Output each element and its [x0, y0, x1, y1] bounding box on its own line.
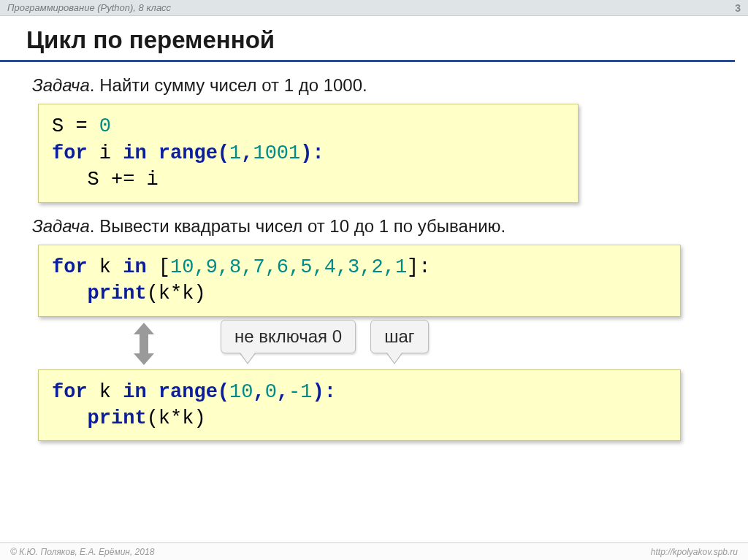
task-2-label: Задача	[32, 216, 90, 236]
topbar: Программирование (Python), 8 класс 3	[0, 0, 748, 16]
footer-copyright: © К.Ю. Поляков, Е.А. Ерёмин, 2018	[10, 547, 154, 557]
task-1-label: Задача	[32, 75, 90, 95]
code2-l1d: [	[147, 256, 170, 278]
code-box-2: for k in [10,9,8,7,6,5,4,3,2,1]: print(k…	[38, 245, 681, 317]
code3-n3: -1	[289, 381, 312, 403]
code1-l2f: ,	[241, 142, 253, 164]
task-1-text: . Найти сумму чисел от 1 до 1000.	[90, 75, 367, 95]
code3-l2a: print	[52, 407, 147, 429]
slide-body: Задача. Найти сумму чисел от 1 до 1000. …	[0, 62, 748, 441]
topbar-subject: Программирование (Python), 8 класс	[7, 2, 171, 13]
task-2: Задача. Вывести квадраты чисел от 10 до …	[32, 215, 722, 237]
code3-l1a: for	[52, 381, 88, 403]
code1-l3: S += i	[52, 169, 159, 191]
code1-l1a: S =	[52, 115, 99, 137]
slide-title: Цикл по переменной	[0, 16, 735, 62]
code1-l2c: in	[123, 142, 146, 164]
code2-l1c: in	[123, 256, 146, 278]
code3-l1b: k	[88, 381, 123, 403]
footer-url: http://kpolyakov.spb.ru	[651, 547, 738, 557]
code3-n2: 0	[265, 381, 277, 403]
code1-l2b: i	[88, 142, 123, 164]
topbar-page-number: 3	[735, 2, 741, 14]
code1-l2g: 1001	[253, 142, 300, 164]
code3-n1: 10	[229, 381, 253, 403]
code3-l1e: ):	[312, 381, 335, 403]
code1-l2e: 1	[229, 142, 241, 164]
code2-l1e: ]:	[407, 256, 430, 278]
slide: Программирование (Python), 8 класс 3 Цик…	[0, 0, 748, 560]
svg-marker-0	[134, 323, 154, 365]
task-2-text: . Вывести квадраты чисел от 10 до 1 по у…	[90, 216, 505, 236]
code3-c1: ,	[253, 381, 264, 403]
footer: © К.Ю. Поляков, Е.А. Ерёмин, 2018 http:/…	[0, 542, 748, 560]
code2-l2a: print	[52, 283, 147, 304]
callout-not-including-zero: не включая 0	[221, 320, 356, 353]
code3-c2: ,	[277, 381, 289, 403]
arrow-area: не включая 0 шаг	[32, 329, 722, 367]
code-box-3: for k in range(10,0,-1): print(k*k)	[38, 369, 681, 442]
code1-l2d: range(	[147, 142, 229, 164]
callouts: не включая 0 шаг	[221, 320, 429, 353]
code1-l2a: for	[52, 142, 88, 164]
code2-l2b: (k*k)	[147, 283, 206, 304]
code1-l2h: ):	[300, 142, 324, 164]
code3-l2b: (k*k)	[147, 407, 206, 429]
code3-l1d: range(	[147, 381, 229, 403]
code1-l1b: 0	[99, 115, 111, 137]
task-1: Задача. Найти сумму чисел от 1 до 1000.	[32, 74, 722, 96]
callout-step: шаг	[370, 320, 428, 353]
code-box-1: S = 0 for i in range(1,1001): S += i	[38, 104, 579, 202]
code3-l1c: in	[123, 381, 146, 403]
code2-l1b: k	[88, 256, 123, 278]
double-arrow-icon	[131, 323, 157, 365]
code2-nums: 10,9,8,7,6,5,4,3,2,1	[170, 256, 407, 278]
code2-l1a: for	[52, 256, 88, 278]
